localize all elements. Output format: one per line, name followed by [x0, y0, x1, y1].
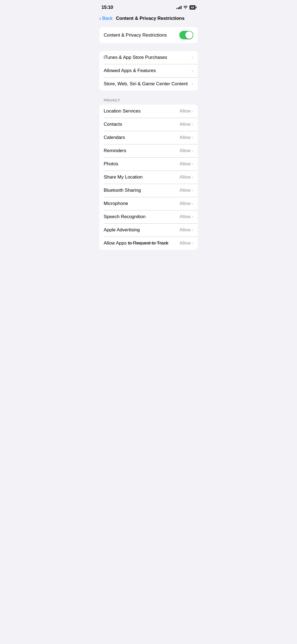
share-my-location-right: Allow › — [180, 174, 193, 180]
main-toggle-card: Content & Privacy Restrictions — [99, 27, 198, 43]
speech-recognition-value: Allow — [180, 214, 191, 220]
contacts-value: Allow — [180, 122, 191, 127]
status-icons: 44 — [177, 5, 196, 10]
store-web-label: Store, Web, Siri & Game Center Content — [104, 81, 192, 87]
status-bar: 15:10 44 — [95, 0, 202, 13]
calendars-row[interactable]: Calendars Allow › — [99, 131, 198, 144]
speech-recognition-row[interactable]: Speech Recognition Allow › — [99, 210, 198, 223]
menu-card: iTunes & App Store Purchases › Allowed A… — [99, 51, 198, 91]
main-content: Content & Privacy Restrictions iTunes & … — [95, 25, 202, 257]
microphone-chevron-icon: › — [192, 201, 193, 206]
microphone-row[interactable]: Microphone Allow › — [99, 197, 198, 210]
share-my-location-row[interactable]: Share My Location Allow › — [99, 171, 198, 184]
store-web-chevron-icon: › — [192, 81, 193, 87]
apple-advertising-value: Allow — [180, 227, 191, 233]
apple-advertising-right: Allow › — [180, 227, 193, 233]
reminders-label: Reminders — [104, 148, 180, 154]
apple-advertising-chevron-icon: › — [192, 227, 193, 233]
privacy-section: PRIVACY Location Services Allow › Contac… — [99, 98, 198, 250]
allowed-apps-chevron-icon: › — [192, 68, 193, 73]
share-my-location-label: Share My Location — [104, 174, 180, 180]
microphone-right: Allow › — [180, 201, 193, 206]
allow-apps-to-track-value: Allow — [180, 240, 191, 246]
store-web-row[interactable]: Store, Web, Siri & Game Center Content › — [99, 77, 198, 91]
allow-apps-to-track-row[interactable]: Allow Apps to Request to Track Allow › — [99, 237, 198, 250]
bluetooth-sharing-right: Allow › — [180, 188, 193, 193]
main-toggle-label: Content & Privacy Restrictions — [104, 32, 179, 38]
allow-apps-to-track-chevron-icon: › — [192, 240, 193, 246]
photos-label: Photos — [104, 161, 180, 167]
main-toggle-row[interactable]: Content & Privacy Restrictions — [99, 27, 198, 43]
back-label: Back — [102, 16, 113, 21]
speech-recognition-right: Allow › — [180, 214, 193, 220]
photos-chevron-icon: › — [192, 161, 193, 167]
contacts-label: Contacts — [104, 122, 180, 127]
location-services-row[interactable]: Location Services Allow › — [99, 105, 198, 118]
calendars-value: Allow — [180, 135, 191, 140]
page-title: Content & Privacy Restrictions — [116, 16, 198, 21]
bluetooth-sharing-label: Bluetooth Sharing — [104, 188, 180, 193]
location-services-chevron-icon: › — [192, 108, 193, 114]
allow-apps-to-track-strikethrough: to Request to Track — [128, 240, 168, 246]
share-my-location-chevron-icon: › — [192, 174, 193, 180]
location-services-label: Location Services — [104, 108, 180, 114]
calendars-right: Allow › — [180, 135, 193, 140]
itunes-row[interactable]: iTunes & App Store Purchases › — [99, 51, 198, 64]
microphone-value: Allow — [180, 201, 191, 206]
bluetooth-sharing-row[interactable]: Bluetooth Sharing Allow › — [99, 184, 198, 197]
calendars-chevron-icon: › — [192, 135, 193, 140]
back-chevron-icon: ‹ — [99, 15, 101, 21]
calendars-label: Calendars — [104, 135, 180, 140]
photos-right: Allow › — [180, 161, 193, 167]
signal-icon — [177, 6, 182, 9]
privacy-section-header: PRIVACY — [99, 98, 198, 105]
contacts-chevron-icon: › — [192, 122, 193, 127]
bluetooth-sharing-value: Allow — [180, 188, 191, 193]
allow-apps-to-track-label: Allow Apps to Request to Track — [104, 240, 180, 246]
apple-advertising-row[interactable]: Apple Advertising Allow › — [99, 223, 198, 237]
speech-recognition-label: Speech Recognition — [104, 214, 180, 220]
photos-value: Allow — [180, 161, 191, 167]
nav-bar: ‹ Back Content & Privacy Restrictions — [95, 13, 202, 25]
reminders-value: Allow — [180, 148, 191, 154]
reminders-chevron-icon: › — [192, 148, 193, 154]
apple-advertising-label: Apple Advertising — [104, 227, 180, 233]
allowed-apps-label: Allowed Apps & Features — [104, 68, 192, 73]
reminders-row[interactable]: Reminders Allow › — [99, 144, 198, 157]
location-services-right: Allow › — [180, 108, 193, 114]
toggle-knob — [185, 31, 193, 39]
privacy-card: Location Services Allow › Contacts Allow… — [99, 105, 198, 250]
itunes-label: iTunes & App Store Purchases — [104, 55, 192, 60]
contacts-right: Allow › — [180, 122, 193, 127]
status-time: 15:10 — [101, 5, 113, 10]
content-privacy-toggle[interactable] — [179, 31, 193, 39]
microphone-label: Microphone — [104, 201, 180, 206]
share-my-location-value: Allow — [180, 174, 191, 180]
wifi-icon — [183, 5, 188, 10]
allowed-apps-row[interactable]: Allowed Apps & Features › — [99, 64, 198, 77]
contacts-row[interactable]: Contacts Allow › — [99, 118, 198, 131]
allow-apps-to-track-right: Allow › — [180, 240, 193, 246]
back-button[interactable]: ‹ Back — [99, 15, 112, 21]
speech-recognition-chevron-icon: › — [192, 214, 193, 220]
location-services-value: Allow — [180, 108, 191, 114]
photos-row[interactable]: Photos Allow › — [99, 157, 198, 171]
bluetooth-sharing-chevron-icon: › — [192, 188, 193, 193]
reminders-right: Allow › — [180, 148, 193, 154]
battery-icon: 44 — [189, 5, 196, 10]
itunes-chevron-icon: › — [192, 55, 193, 60]
